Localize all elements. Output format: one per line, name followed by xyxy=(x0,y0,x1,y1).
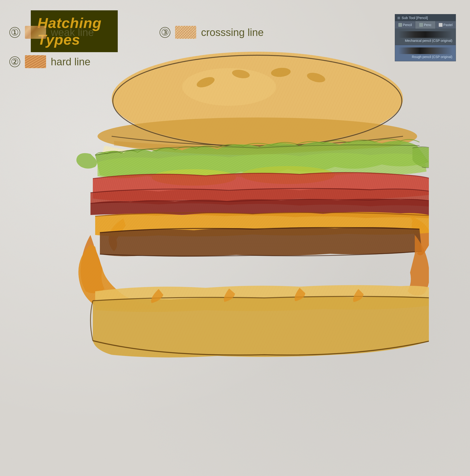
subtool-header-icon: ⊞ xyxy=(397,16,400,20)
legend-label-1: weak line xyxy=(51,27,94,38)
rough-pencil-preview xyxy=(398,48,452,54)
legend-row-1: ① weak line ③ crosssing line xyxy=(9,26,264,46)
mechanical-pencil-label: Mechanical pencil (CSP original) xyxy=(398,39,452,43)
legend-item-2: ② hard line xyxy=(9,55,264,68)
penc-tab-icon xyxy=(419,23,423,27)
tab-pencil-label: Pencil xyxy=(403,23,412,27)
burger-svg xyxy=(76,47,429,446)
legend-swatch-weak xyxy=(25,26,46,39)
pencil-tab-icon xyxy=(398,23,402,27)
legend-label-3: crosssing line xyxy=(201,27,264,38)
subtool-item-rough[interactable]: Rough pencil (CSP original) xyxy=(395,45,456,61)
tab-pastel-label: Pastel xyxy=(443,23,453,27)
subtool-header: ⊞ Sub Tool [Pencil] xyxy=(395,14,456,21)
legend-number-1: ① xyxy=(9,27,20,38)
legend-label-2: hard line xyxy=(51,56,90,68)
legend-swatch-hard xyxy=(25,55,46,68)
legend-item-1: ① weak line xyxy=(9,26,94,39)
legend-number-2: ② xyxy=(9,56,20,67)
tab-penc-label: Penc xyxy=(424,23,432,27)
legend-swatch-cross xyxy=(175,26,196,39)
subtool-tabs: Pencil Penc Pastel xyxy=(395,21,456,29)
tab-pastel[interactable]: Pastel xyxy=(436,21,456,29)
legend-number-3: ③ xyxy=(159,27,170,38)
tab-pencil[interactable]: Pencil xyxy=(395,21,415,29)
subtool-panel: ⊞ Sub Tool [Pencil] Pencil Penc Pastel M… xyxy=(395,14,456,61)
legend-panel: ① weak line ③ crosssing line ② hard line xyxy=(9,26,264,75)
rough-pencil-label: Rough pencil (CSP original) xyxy=(398,55,452,59)
subtool-header-title: Sub Tool [Pencil] xyxy=(402,16,428,20)
subtool-item-mechanical[interactable]: Mechanical pencil (CSP original) xyxy=(395,29,456,45)
legend-item-3: ③ crosssing line xyxy=(159,26,264,39)
tab-penc[interactable]: Penc xyxy=(415,21,435,29)
mechanical-pencil-preview xyxy=(398,31,452,38)
pastel-tab-icon xyxy=(439,23,442,27)
burger-illustration xyxy=(76,47,429,446)
